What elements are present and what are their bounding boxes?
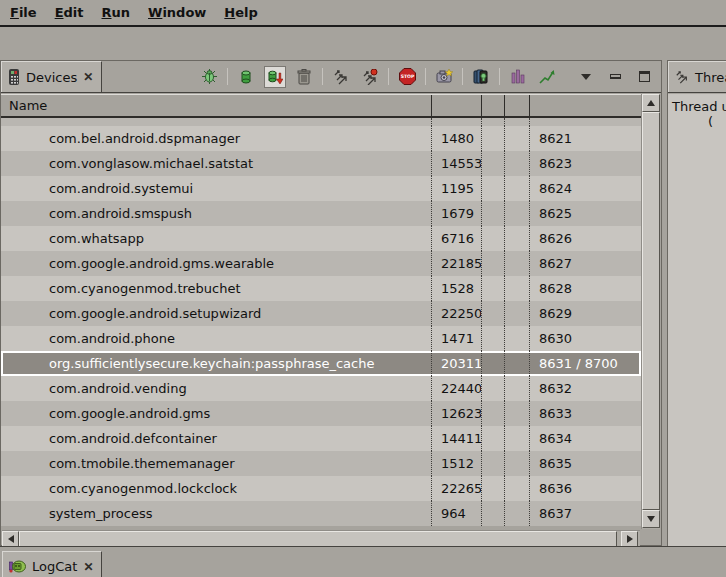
process-status-2 <box>504 401 529 426</box>
menu-edit[interactable]: Edit <box>55 5 84 20</box>
dump-hprof-icon[interactable] <box>264 66 286 88</box>
column-header-port[interactable] <box>529 95 641 116</box>
process-name: com.android.systemui <box>1 176 431 201</box>
table-row[interactable]: com.vonglasow.michael.satstat145538623 <box>1 151 641 176</box>
process-name: com.android.defcontainer <box>1 426 431 451</box>
process-port: 8635 <box>529 451 641 476</box>
stop-process-icon[interactable]: STOP <box>396 66 418 88</box>
process-port: 8627 <box>529 251 641 276</box>
menu-help[interactable]: Help <box>224 5 257 20</box>
process-status-2 <box>504 326 529 351</box>
table-row[interactable]: com.tmobile.thememanager15128635 <box>1 451 641 476</box>
column-header-name[interactable]: Name <box>1 95 431 116</box>
table-row[interactable]: com.android.systemui11958624 <box>1 176 641 201</box>
table-row[interactable]: com.android.phone14718630 <box>1 326 641 351</box>
process-pid: 6716 <box>431 226 481 251</box>
view-menu-icon[interactable] <box>575 66 597 88</box>
process-pid: 1195 <box>431 176 481 201</box>
devices-tabstrip: Devices ✕ <box>1 61 661 93</box>
maximize-icon[interactable] <box>633 66 655 88</box>
start-method-profiling-icon[interactable] <box>359 66 381 88</box>
process-status-1 <box>481 451 504 476</box>
toolbar-separator <box>462 68 463 85</box>
threads-tabstrip: Threads <box>668 61 726 93</box>
scroll-right-button[interactable] <box>621 531 638 547</box>
process-pid: 22265 <box>431 476 481 501</box>
scroll-up-button[interactable] <box>642 94 660 112</box>
toolbar-separator <box>388 68 389 85</box>
table-row[interactable]: system_process9648637 <box>1 501 641 526</box>
toolbar-separator <box>499 68 500 85</box>
table-row[interactable]: com.bel.android.dspmanager14808621 <box>1 126 641 151</box>
tab-threads[interactable]: Threads <box>668 61 726 92</box>
process-pid: 14553 <box>431 151 481 176</box>
hierarchy-bars-icon[interactable] <box>507 66 529 88</box>
process-pid: 1528 <box>431 276 481 301</box>
process-port: 8631 / 8700 <box>529 351 641 376</box>
tab-logcat[interactable]: LogCat ✕ <box>2 551 102 577</box>
horizontal-scrollbar[interactable] <box>2 530 640 547</box>
vertical-scroll-thumb[interactable] <box>642 112 660 510</box>
table-row[interactable]: com.google.android.gms.wearable221858627 <box>1 251 641 276</box>
table-row-selected[interactable]: org.sufficientlysecure.keychain:passphra… <box>1 351 641 376</box>
tab-devices[interactable]: Devices ✕ <box>1 61 102 92</box>
process-status-2 <box>504 226 529 251</box>
screen-capture-camera-icon[interactable] <box>433 66 455 88</box>
process-port: 8628 <box>529 276 641 301</box>
process-pid: 14411 <box>431 426 481 451</box>
process-name: com.cyanogenmod.lockclock <box>1 476 431 501</box>
table-row[interactable]: com.google.android.setupwizard222508629 <box>1 301 641 326</box>
cause-gc-trash-icon[interactable] <box>293 66 315 88</box>
process-pid: 22185 <box>431 251 481 276</box>
process-status-1 <box>481 301 504 326</box>
threads-message: Thread up ( <box>668 94 726 546</box>
process-pid: 12623 <box>431 401 481 426</box>
close-icon[interactable]: ✕ <box>83 71 93 83</box>
column-header-status2[interactable] <box>504 95 529 116</box>
table-row[interactable]: com.cyanogenmod.trebuchet15288628 <box>1 276 641 301</box>
horizontal-scroll-thumb[interactable] <box>19 531 617 547</box>
process-name: com.google.android.setupwizard <box>1 301 431 326</box>
process-status-1 <box>481 226 504 251</box>
table-header: Name <box>1 94 641 118</box>
process-status-1 <box>481 376 504 401</box>
toolbar-separator <box>425 68 426 85</box>
column-header-status1[interactable] <box>481 95 504 116</box>
process-pid: 22250 <box>431 301 481 326</box>
menu-window[interactable]: Window <box>148 5 206 20</box>
process-name: com.bel.android.dspmanager <box>1 126 431 151</box>
table-row[interactable]: com.google.android.gms126238633 <box>1 401 641 426</box>
column-header-pid[interactable] <box>431 95 481 116</box>
process-status-2 <box>504 301 529 326</box>
process-status-2 <box>504 251 529 276</box>
update-heap-icon[interactable] <box>235 66 257 88</box>
scroll-down-button[interactable] <box>642 510 660 528</box>
menu-file[interactable]: File <box>10 5 37 20</box>
process-pid: 1471 <box>431 326 481 351</box>
vertical-scrollbar[interactable] <box>641 94 660 529</box>
table-row[interactable]: com.whatsapp67168626 <box>1 226 641 251</box>
process-status-1 <box>481 201 504 226</box>
close-icon[interactable]: ✕ <box>83 561 93 573</box>
minimize-icon[interactable] <box>604 66 626 88</box>
process-name: system_process <box>1 501 431 526</box>
table-row[interactable]: com.cyanogenmod.lockclock222658636 <box>1 476 641 501</box>
logcat-tab-label: LogCat <box>32 559 77 574</box>
threads-message-line1: Thread up <box>672 99 726 114</box>
opengl-trace-icon[interactable] <box>536 66 558 88</box>
menu-run[interactable]: Run <box>102 5 131 20</box>
process-pid: 964 <box>431 501 481 526</box>
reset-adb-phone-icon[interactable] <box>470 66 492 88</box>
process-status-1 <box>481 501 504 526</box>
table-row[interactable]: com.android.smspush16798625 <box>1 201 641 226</box>
table-row[interactable]: com.android.vending224408632 <box>1 376 641 401</box>
debug-attach-icon[interactable] <box>198 66 220 88</box>
scroll-left-button[interactable] <box>2 531 19 547</box>
table-row[interactable]: com.android.defcontainer144118634 <box>1 426 641 451</box>
process-name: com.google.android.gms.wearable <box>1 251 431 276</box>
process-name: com.android.phone <box>1 326 431 351</box>
process-status-1 <box>481 251 504 276</box>
process-status-2 <box>504 376 529 401</box>
process-name: com.android.smspush <box>1 201 431 226</box>
update-threads-icon[interactable] <box>330 66 352 88</box>
